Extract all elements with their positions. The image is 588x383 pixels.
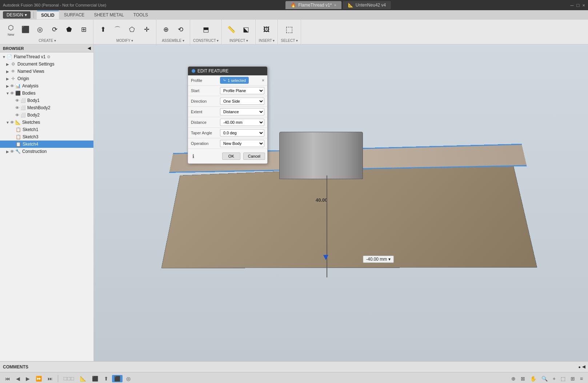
timeline-view-btn[interactable]: ⬚⬚⬚ [61,375,76,382]
tab-surface[interactable]: SURFACE [60,11,89,19]
modify-label: MODIFY ▾ [116,39,133,43]
second-file-tab[interactable]: 📐 UntenNeu42 v4 [343,1,391,9]
tab-sheetmetal[interactable]: SHEET METAL [89,11,128,19]
viewport-tool-7[interactable]: ⊞ [568,375,577,382]
insert-canvas-btn[interactable]: 🖼 [260,24,273,35]
construct-label: CONSTRUCT ▾ [193,39,219,43]
start-label: Start [191,88,220,93]
create-sweep-btn[interactable]: ⟳ [48,24,61,35]
assemble-joint-btn[interactable]: ⊕ [159,24,172,35]
title-bar: Autodesk Fusion 360 (Personal - Not for … [0,0,588,10]
3d-cylinder [279,132,363,179]
profile-clear-button[interactable]: × [262,78,264,83]
design-mode-button[interactable]: DESIGN ▾ [3,11,31,19]
extent-control[interactable]: Distance [220,108,264,115]
viewport[interactable]: 40.00 ▼ -40.00 mm ▾ EDIT FEATURE Profile [94,44,588,361]
tree-item-origin[interactable]: ▶ ✛ Origin [0,75,93,82]
tab-solid[interactable]: SOLID [37,11,59,19]
maximize-button[interactable]: □ [577,3,580,8]
modify-fillet-btn[interactable]: ⌒ [111,24,124,35]
viewport-tool-5[interactable]: + [551,375,558,382]
profile-selected-button[interactable]: ⤷ 1 selected [220,77,249,84]
modify-chamfer-btn[interactable]: ⬠ [125,24,139,35]
tree-item-named-views[interactable]: ▶ 👁 Named Views [0,68,93,75]
modify-press-pull-btn[interactable]: ⬆ [96,24,109,35]
dialog-info-dot [192,69,195,73]
ribbon-group-insert: 🖼 INSERT ▾ [256,20,278,44]
create-extrude-btn[interactable]: ⬛ [19,24,32,35]
timeline-end-btn[interactable]: ◎ [124,375,133,382]
ok-button[interactable]: OK [222,153,240,160]
settings-icon[interactable]: ⚙ [47,55,51,59]
tree-item-body1[interactable]: 👁 ⬜ Body1 [0,97,93,104]
tree-item-meshbody2[interactable]: 👁 ⬜ MeshBody2 [0,104,93,111]
close-button[interactable]: × [582,3,585,8]
construction-label: Construction [22,149,47,154]
browser-collapse-icon[interactable]: ◀ [88,46,91,51]
insert-label: INSERT ▾ [259,39,275,43]
tree-item-sketch3[interactable]: 📋 Sketch3 [0,133,93,141]
tree-item-sketch4[interactable]: 📋 Sketch4 [0,141,93,148]
modify-move-btn[interactable]: ✛ [140,24,153,35]
timeline-sketch-btn[interactable]: 📐 [78,375,88,382]
tree-item-sketches[interactable]: ▼ 👁 📐 Sketches [0,119,93,126]
file-tab-icon: 🔥 [291,3,296,8]
close-tab-button[interactable]: × [334,3,336,7]
tree-item-sketch1[interactable]: 📋 Sketch1 [0,126,93,133]
timeline-body-btn[interactable]: ⬛ [90,375,100,382]
profile-label: Profile [191,78,220,83]
operation-control[interactable]: New Body [220,140,264,147]
direction-control[interactable]: One Side [220,98,264,105]
tree-item-bodies[interactable]: ▼ 👁 ⬛ Bodies [0,90,93,97]
viewport-tool-8[interactable]: ≡ [578,375,585,382]
distance-control[interactable]: -40.00 mm [220,119,264,126]
select-btn[interactable]: ⬚ [283,24,296,35]
create-loft-btn[interactable]: ⬟ [63,24,76,35]
tree-item-body2[interactable]: 👁 ⬜ Body2 [0,111,93,119]
taper-angle-control[interactable]: 0.0 deg [220,129,264,137]
start-control[interactable]: Profile Plane [220,87,264,94]
playback-next-button[interactable]: ⏩ [33,375,44,382]
cancel-button[interactable]: Cancel [243,153,265,160]
assemble-motion-btn[interactable]: ⟲ [174,24,187,35]
extent-select[interactable]: Distance [220,108,264,115]
inspect-measure-btn[interactable]: 📏 [225,24,238,35]
comments-expand-icon[interactable]: ● [578,365,581,369]
ribbon-group-construct: ⬒ CONSTRUCT ▾ [190,20,222,44]
playback-play-button[interactable]: ▶ [24,375,32,382]
dim-dropdown-arrow[interactable]: ▾ [388,257,391,262]
viewport-tool-6[interactable]: ⬚ [559,375,568,382]
construct-offset-plane-btn[interactable]: ⬒ [199,24,212,35]
direction-select[interactable]: One Side [220,98,264,105]
tree-item-analysis[interactable]: ▶ 👁 📊 Analysis [0,82,93,90]
comments-collapse-icon[interactable]: ◀ [582,364,585,369]
tree-item-construction[interactable]: ▶ 👁 🔧 Construction [0,148,93,155]
tree-item-flamethreadv1[interactable]: ▼ 📄 FlameThread v1 ⚙ [0,53,93,60]
active-file-tab[interactable]: 🔥 FlameThread v1* × [285,1,341,9]
viewport-tool-3[interactable]: ✋ [528,375,539,382]
viewport-tool-1[interactable]: ⊕ [509,375,518,382]
inspect-section-btn[interactable]: ⬕ [239,24,252,35]
operation-select[interactable]: New Body [220,140,264,147]
viewport-tool-2[interactable]: ⊠ [519,375,527,382]
assemble-label: ASSEMBLE ▾ [162,39,184,43]
distance-select[interactable]: -40.00 mm [220,119,264,126]
viewport-tool-4[interactable]: 🔍 [539,375,550,382]
playback-first-button[interactable]: ⏮ [3,375,12,382]
minimize-button[interactable]: ─ [570,3,573,8]
create-new-component-btn[interactable]: ⬡New [4,22,17,37]
playback-prev-button[interactable]: ◀ [14,375,22,382]
create-mirror-btn[interactable]: ⊞ [77,24,90,35]
tree-item-doc-settings[interactable]: ▶ ⚙ Document Settings [0,60,93,68]
dimension-input-box[interactable]: -40.00 mm ▾ [363,256,394,263]
start-select[interactable]: Profile Plane [220,87,264,94]
taper-angle-select[interactable]: 0.0 deg [220,129,264,137]
create-revolve-btn[interactable]: ◎ [33,24,47,35]
timeline-extrude-btn[interactable]: ⬆ [102,375,111,382]
playback-last-button[interactable]: ⏭ [45,375,55,382]
expand-icon: ▼ [1,55,7,59]
browser-header: BROWSER ◀ [0,44,93,52]
comments-label: COMMENTS [3,364,28,370]
tab-tools[interactable]: TOOLS [129,11,152,19]
timeline-current-btn[interactable]: ⬛ [112,375,123,382]
